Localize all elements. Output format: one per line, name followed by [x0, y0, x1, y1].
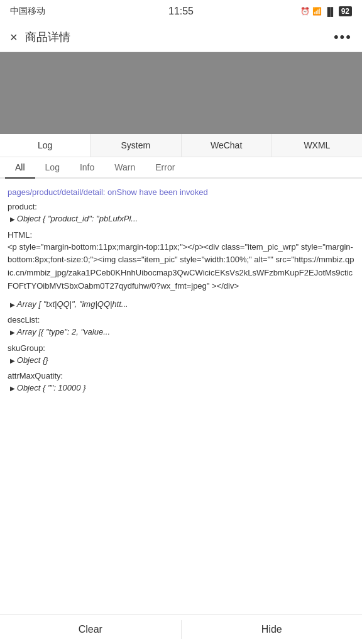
preview-area: [0, 52, 362, 134]
battery-icon: 92: [339, 6, 352, 16]
log-value-attrmaxquatity: Object { "": 10000 }: [8, 382, 354, 394]
log-value-array: Array [ "txt|QQ|", "img|QQ|htt...: [8, 298, 354, 311]
alarm-icon: ⏰: [300, 7, 310, 16]
more-button[interactable]: •••: [334, 29, 352, 45]
tab-log[interactable]: Log: [0, 134, 90, 157]
bottom-bar: Clear Hide: [0, 614, 362, 644]
primary-tabs: Log System WeChat WXML: [0, 134, 362, 157]
tab-log-filter[interactable]: Log: [35, 157, 70, 177]
signal-icon: ▐▌: [324, 7, 336, 16]
log-key-skugroup: skuGroup:: [8, 343, 354, 353]
carrier-text: 中国移动: [10, 6, 45, 17]
wifi-icon: 📶: [312, 7, 322, 16]
tab-info[interactable]: Info: [70, 157, 104, 177]
log-entry-html: HTML: <p style="margin-bottom:11px;margi…: [8, 230, 354, 293]
tab-error[interactable]: Error: [145, 157, 185, 177]
log-invocation-link[interactable]: pages/product/detail/detail: onShow have…: [8, 187, 354, 197]
tab-system[interactable]: System: [90, 134, 181, 157]
time-text: 11:55: [168, 6, 194, 17]
log-key-product: product:: [8, 202, 354, 211]
status-bar: 中国移动 11:55 ⏰ 📶 ▐▌ 92: [0, 0, 362, 23]
clear-button[interactable]: Clear: [0, 615, 181, 644]
status-icons: ⏰ 📶 ▐▌ 92: [300, 6, 352, 16]
log-value-html: <p style="margin-bottom:11px;margin-top:…: [8, 241, 354, 293]
log-entry-array: Array [ "txt|QQ|", "img|QQ|htt...: [8, 298, 354, 311]
hide-button[interactable]: Hide: [182, 615, 363, 644]
secondary-tabs: All Log Info Warn Error: [0, 157, 362, 179]
log-value-product: Object { "product_id": "pbLufxPl...: [8, 213, 354, 225]
log-entry-skugroup: skuGroup: Object {}: [8, 343, 354, 367]
log-key-html: HTML:: [8, 230, 354, 240]
log-entry-attrmaxquatity: attrMaxQuatity: Object { "": 10000 }: [8, 371, 354, 394]
log-value-skugroup: Object {}: [8, 354, 354, 367]
page-title: 商品详情: [25, 30, 70, 45]
close-button[interactable]: ×: [10, 30, 18, 45]
tab-wxml[interactable]: WXML: [272, 134, 362, 157]
log-key-attrmaxquatity: attrMaxQuatity:: [8, 371, 354, 380]
log-entry-desclist: descList: Array [{ "type": 2, "value...: [8, 315, 354, 338]
log-value-desclist: Array [{ "type": 2, "value...: [8, 326, 354, 338]
log-entry-product: product: Object { "product_id": "pbLufxP…: [8, 202, 354, 225]
log-content: pages/product/detail/detail: onShow have…: [0, 179, 362, 404]
log-key-desclist: descList:: [8, 315, 354, 325]
nav-bar: × 商品详情 •••: [0, 23, 362, 52]
tab-warn[interactable]: Warn: [104, 157, 145, 177]
tab-wechat[interactable]: WeChat: [182, 134, 272, 157]
nav-left: × 商品详情: [10, 30, 70, 45]
tab-all[interactable]: All: [5, 157, 35, 177]
